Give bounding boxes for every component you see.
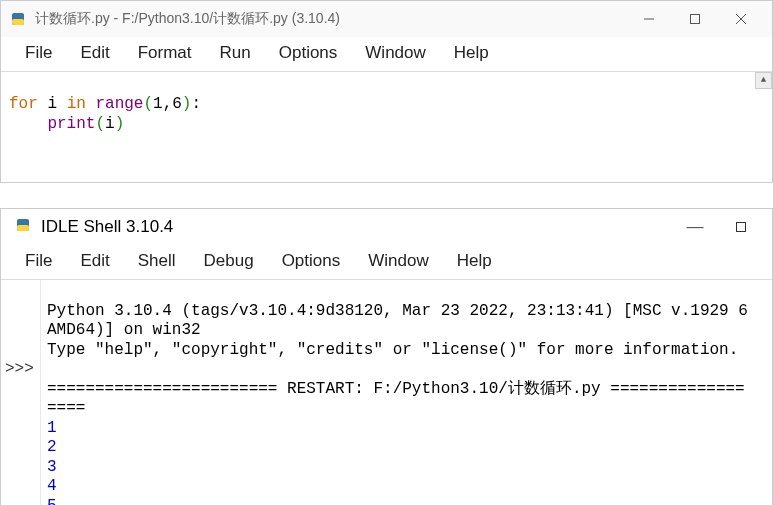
editor-menubar: File Edit Format Run Options Window Help <box>1 37 772 71</box>
shell-output: 5 <box>47 497 57 505</box>
code-paren: ( <box>143 95 153 113</box>
shell-titlebar[interactable]: IDLE Shell 3.10.4 — <box>1 209 772 245</box>
maximize-button[interactable] <box>718 209 764 245</box>
close-button[interactable] <box>718 1 764 37</box>
menu-shell[interactable]: Shell <box>124 249 190 273</box>
menu-window[interactable]: Window <box>354 249 442 273</box>
code-paren: ( <box>95 115 105 133</box>
menu-file[interactable]: File <box>11 41 66 65</box>
shell-output: 4 <box>47 477 57 495</box>
prompt-blank <box>5 477 15 495</box>
prompt-marker: >>> <box>5 360 34 378</box>
code-keyword-for: for <box>9 95 38 113</box>
menu-help[interactable]: Help <box>443 249 506 273</box>
shell-banner: Python 3.10.4 (tags/v3.10.4:9d38120, Mar… <box>47 302 748 320</box>
minimize-glyph: — <box>687 217 704 237</box>
svg-rect-8 <box>737 223 746 232</box>
code-editor[interactable]: for i in range(1,6): print(i) ▲ <box>1 71 772 182</box>
prompt-blank <box>5 497 15 505</box>
code-text: i <box>38 95 67 113</box>
maximize-button[interactable] <box>672 1 718 37</box>
shell-blank <box>47 360 57 378</box>
menu-edit[interactable]: Edit <box>66 249 123 273</box>
minimize-button[interactable] <box>626 1 672 37</box>
output-column: Python 3.10.4 (tags/v3.10.4:9d38120, Mar… <box>41 280 772 505</box>
editor-window: 计数循环.py - F:/Python3.10/计数循环.py (3.10.4)… <box>0 0 773 183</box>
menu-help[interactable]: Help <box>440 41 503 65</box>
editor-window-controls <box>626 1 764 37</box>
code-text <box>9 115 47 133</box>
shell-menubar: File Edit Shell Debug Options Window Hel… <box>1 245 772 279</box>
shell-banner: Type "help", "copyright", "credits" or "… <box>47 341 738 359</box>
python-file-icon <box>9 10 27 28</box>
minimize-button[interactable]: — <box>672 209 718 245</box>
shell-restart-tail: ==== <box>47 399 85 417</box>
code-text: 1,6 <box>153 95 182 113</box>
svg-rect-3 <box>691 15 700 24</box>
prompt-blank <box>5 438 15 456</box>
prompt-blank <box>5 302 15 320</box>
shell-output: 2 <box>47 438 57 456</box>
prompt-blank <box>5 321 15 339</box>
prompt-column: >>> >>> <box>1 280 41 505</box>
prompt-blank <box>5 458 15 476</box>
code-keyword-in: in <box>67 95 86 113</box>
prompt-blank <box>5 341 15 359</box>
shell-output: 1 <box>47 419 57 437</box>
menu-file[interactable]: File <box>11 249 66 273</box>
svg-rect-7 <box>17 225 29 231</box>
code-text: i <box>105 115 115 133</box>
editor-titlebar[interactable]: 计数循环.py - F:/Python3.10/计数循环.py (3.10.4) <box>1 1 772 37</box>
code-paren: ) <box>115 115 125 133</box>
editor-title: 计数循环.py - F:/Python3.10/计数循环.py (3.10.4) <box>35 10 626 28</box>
menu-window[interactable]: Window <box>351 41 439 65</box>
shell-restart: ======================== RESTART: F:/Pyt… <box>47 380 745 398</box>
shell-body[interactable]: >>> >>> Python 3.10.4 (tags/v3.10.4:9d38… <box>1 279 772 505</box>
shell-window: IDLE Shell 3.10.4 — File Edit Shell Debu… <box>0 208 773 505</box>
menu-format[interactable]: Format <box>124 41 206 65</box>
menu-options[interactable]: Options <box>265 41 352 65</box>
code-text: : <box>191 95 201 113</box>
shell-banner: AMD64)] on win32 <box>47 321 201 339</box>
python-shell-icon <box>15 217 31 238</box>
menu-edit[interactable]: Edit <box>66 41 123 65</box>
shell-window-controls: — <box>672 209 764 245</box>
shell-output: 3 <box>47 458 57 476</box>
prompt-blank <box>5 419 15 437</box>
menu-options[interactable]: Options <box>268 249 355 273</box>
scroll-up-button[interactable]: ▲ <box>755 72 772 89</box>
menu-debug[interactable]: Debug <box>190 249 268 273</box>
svg-rect-1 <box>12 19 24 25</box>
code-builtin-range: range <box>86 95 144 113</box>
code-builtin-print: print <box>47 115 95 133</box>
menu-run[interactable]: Run <box>206 41 265 65</box>
shell-title: IDLE Shell 3.10.4 <box>41 217 672 237</box>
prompt-blank <box>5 380 15 398</box>
prompt-blank <box>5 399 15 417</box>
